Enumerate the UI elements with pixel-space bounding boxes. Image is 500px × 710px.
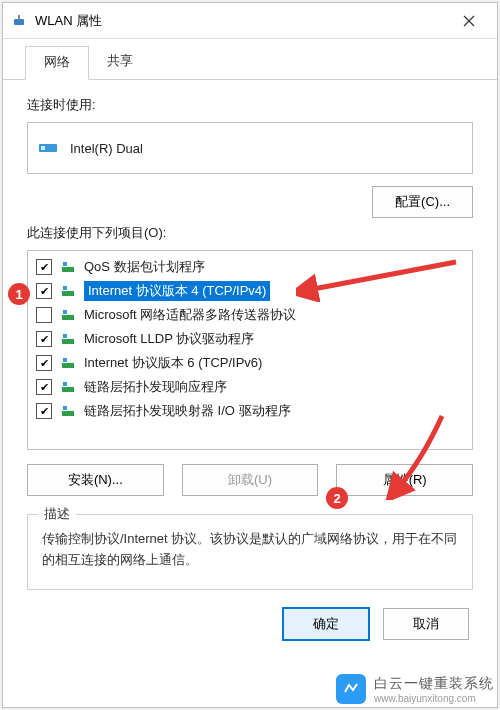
install-button[interactable]: 安装(N)... [27,464,164,496]
item-checkbox[interactable] [36,307,52,323]
svg-rect-8 [62,315,74,320]
svg-rect-4 [62,267,74,272]
list-item[interactable]: 链路层拓扑发现响应程序 [30,375,470,399]
svg-rect-7 [63,286,67,290]
description-group: 描述 传输控制协议/Internet 协议。该协议是默认的广域网络协议，用于在不… [27,514,473,590]
svg-rect-16 [62,411,74,416]
wlan-properties-dialog: WLAN 属性 网络 共享 连接时使用: Intel(R) Dual 配置(C)… [2,2,498,708]
configure-button[interactable]: 配置(C)... [372,186,473,218]
protocol-icon [60,283,76,299]
list-item[interactable]: QoS 数据包计划程序 [30,255,470,279]
svg-rect-10 [62,339,74,344]
list-item[interactable]: Internet 协议版本 4 (TCP/IPv4) [30,279,470,303]
tab-network[interactable]: 网络 [25,46,89,80]
connect-using-label: 连接时使用: [27,96,473,114]
watermark-logo-icon [336,674,366,704]
description-text: 传输控制协议/Internet 协议。该协议是默认的广域网络协议，用于在不同的相… [42,529,458,571]
list-item[interactable]: 链路层拓扑发现映射器 I/O 驱动程序 [30,399,470,423]
tab-sharing[interactable]: 共享 [89,46,151,80]
adapter-display: Intel(R) Dual [27,122,473,174]
item-checkbox[interactable] [36,259,52,275]
titlebar: WLAN 属性 [3,3,497,39]
svg-rect-6 [62,291,74,296]
item-label: Microsoft 网络适配器多路传送器协议 [84,306,296,324]
svg-rect-1 [18,15,20,20]
svg-rect-14 [62,387,74,392]
item-checkbox[interactable] [36,331,52,347]
item-checkbox[interactable] [36,403,52,419]
svg-rect-3 [41,146,45,150]
item-checkbox[interactable] [36,283,52,299]
item-checkbox[interactable] [36,379,52,395]
item-label: QoS 数据包计划程序 [84,258,205,276]
svg-rect-12 [62,363,74,368]
protocol-icon [60,403,76,419]
close-button[interactable] [449,5,489,37]
item-label: 链路层拓扑发现响应程序 [84,378,227,396]
list-item[interactable]: Internet 协议版本 6 (TCP/IPv6) [30,351,470,375]
protocol-icon [60,331,76,347]
protocol-icon [60,259,76,275]
svg-rect-5 [63,262,67,266]
protocol-icon [60,355,76,371]
protocol-icon [60,379,76,395]
properties-button[interactable]: 属性(R) [336,464,473,496]
watermark: 白云一键重装系统 www.baiyunxitong.com [336,674,494,704]
svg-rect-15 [63,382,67,386]
svg-rect-13 [63,358,67,362]
network-items-listbox[interactable]: QoS 数据包计划程序Internet 协议版本 4 (TCP/IPv4)Mic… [27,250,473,450]
tab-row: 网络 共享 [3,39,497,80]
svg-rect-9 [63,310,67,314]
ok-button[interactable]: 确定 [283,608,369,640]
dialog-title: WLAN 属性 [35,12,449,30]
adapter-name-text: Intel(R) Dual [70,141,143,156]
item-label: Internet 协议版本 6 (TCP/IPv6) [84,354,262,372]
item-label: Internet 协议版本 4 (TCP/IPv4) [84,281,270,301]
cancel-button[interactable]: 取消 [383,608,469,640]
item-label: Microsoft LLDP 协议驱动程序 [84,330,254,348]
watermark-text-en: www.baiyunxitong.com [374,693,494,704]
uninstall-button: 卸载(U) [182,464,319,496]
description-legend: 描述 [38,505,76,523]
list-item[interactable]: Microsoft LLDP 协议驱动程序 [30,327,470,351]
items-label: 此连接使用下列项目(O): [27,224,473,242]
network-adapter-icon [11,13,27,29]
protocol-icon [60,307,76,323]
watermark-text-cn: 白云一键重装系统 [374,675,494,693]
item-label: 链路层拓扑发现映射器 I/O 驱动程序 [84,402,291,420]
adapter-icon [38,139,60,157]
svg-rect-11 [63,334,67,338]
item-checkbox[interactable] [36,355,52,371]
list-item[interactable]: Microsoft 网络适配器多路传送器协议 [30,303,470,327]
svg-rect-17 [63,406,67,410]
